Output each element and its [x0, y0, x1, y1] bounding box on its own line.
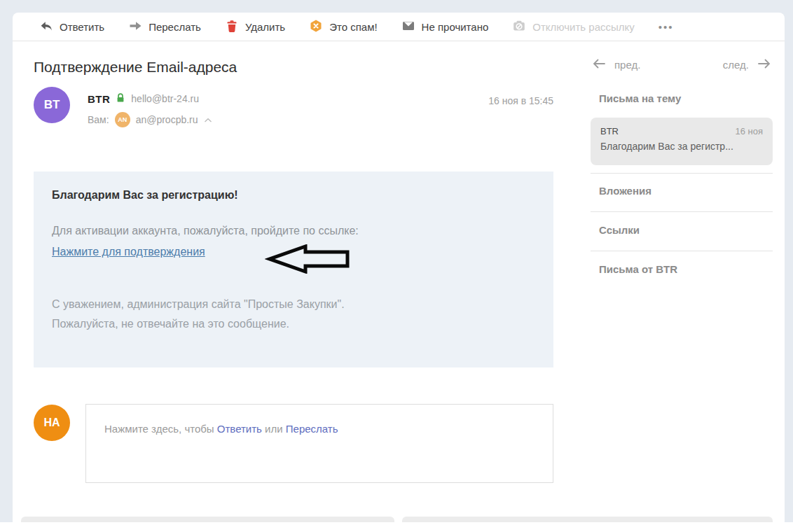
- page-title: Подтверждение Email-адреса: [34, 59, 237, 76]
- sender-email[interactable]: hello@btr-24.ru: [131, 93, 199, 104]
- arrow-left-icon: [591, 57, 607, 73]
- reply-icon: [39, 19, 53, 35]
- message-date: 16 ноя в 15:45: [488, 95, 553, 106]
- thread-item-sender: BTR: [600, 126, 619, 136]
- reply-placeholder-conjunction: или: [262, 423, 286, 435]
- reply-button[interactable]: Ответить: [39, 19, 104, 35]
- toolbar: Ответить Переслать Удалить Это спам! Не …: [13, 13, 785, 41]
- thread-section-title: Письма на тему: [599, 92, 681, 104]
- more-actions-button[interactable]: •••: [658, 21, 674, 33]
- unsubscribe-button: Отключить рассылку: [512, 19, 634, 35]
- mark-unread-button[interactable]: Не прочитано: [401, 19, 489, 35]
- body-footnote: Пожалуйста, не отвечайте на это сообщени…: [52, 318, 289, 330]
- delete-label: Удалить: [245, 21, 285, 33]
- next-card-edge: [21, 517, 394, 522]
- spam-icon: [309, 19, 323, 35]
- sender-avatar[interactable]: BT: [34, 87, 70, 123]
- body-intro: Для активации аккаунта, пожалуйста, прой…: [52, 225, 359, 237]
- body-signature: С уважением, администрация сайта "Просты…: [52, 298, 345, 311]
- thread-item-snippet: Благодарим Вас за регистр...: [600, 141, 763, 152]
- email-body: Благодарим Вас за регистрацию! Для актив…: [34, 172, 553, 368]
- mark-unread-label: Не прочитано: [422, 21, 489, 33]
- lock-icon: [116, 92, 125, 106]
- placeholder-forward-link[interactable]: Переслать: [286, 423, 338, 435]
- thread-item-date: 16 ноя: [735, 126, 763, 136]
- unsubscribe-label: Отключить рассылку: [532, 21, 634, 33]
- sender-name[interactable]: BTR: [88, 93, 110, 105]
- reply-placeholder-prefix: Нажмите здесь, чтобы: [104, 423, 217, 435]
- user-avatar[interactable]: HA: [34, 405, 70, 441]
- spam-button[interactable]: Это спам!: [309, 19, 377, 35]
- forward-icon: [128, 19, 142, 35]
- sidebar-divider: [591, 173, 773, 174]
- sidebar-divider: [591, 251, 773, 251]
- sidebar-item-attachments[interactable]: Вложения: [599, 185, 651, 197]
- message-card: Ответить Переслать Удалить Это спам! Не …: [13, 13, 785, 522]
- next-label: след.: [723, 59, 749, 71]
- delete-button[interactable]: Удалить: [225, 19, 285, 35]
- envelope-icon: [401, 19, 415, 35]
- sidebar-divider: [591, 211, 773, 212]
- reply-label: Ответить: [60, 21, 104, 33]
- chevron-up-icon[interactable]: [204, 113, 212, 126]
- annotation-arrow: [265, 244, 350, 276]
- sender-info: BTR hello@btr-24.ru Вам: AN an@procpb.ru: [88, 92, 212, 127]
- recipient-label: Вам:: [88, 114, 109, 125]
- message-nav: пред. след.: [591, 52, 773, 77]
- spam-label: Это спам!: [329, 21, 377, 33]
- thread-item[interactable]: BTR 16 ноя Благодарим Вас за регистр...: [591, 118, 773, 165]
- sidebar-item-links[interactable]: Ссылки: [599, 224, 640, 236]
- next-card-edge: [402, 517, 773, 522]
- prev-message-button[interactable]: пред.: [591, 57, 640, 73]
- prev-label: пред.: [614, 59, 640, 71]
- quick-reply-box[interactable]: Нажмите здесь, чтобы Ответить или Пересл…: [85, 404, 553, 483]
- sidebar-item-letters-from-sender[interactable]: Письма от BTR: [599, 263, 677, 275]
- next-message-button[interactable]: след.: [723, 57, 773, 73]
- body-greeting: Благодарим Вас за регистрацию!: [52, 189, 238, 202]
- placeholder-reply-link[interactable]: Ответить: [217, 423, 262, 435]
- unsubscribe-icon: [512, 19, 526, 35]
- arrow-right-icon: [756, 57, 773, 73]
- recipient-avatar[interactable]: AN: [115, 112, 130, 127]
- confirmation-link[interactable]: Нажмите для подтверждения: [52, 246, 205, 258]
- trash-icon: [225, 19, 239, 35]
- forward-label: Переслать: [149, 21, 201, 33]
- forward-button[interactable]: Переслать: [128, 19, 201, 35]
- page-background-strip: [0, 522, 793, 532]
- recipient-email[interactable]: an@procpb.ru: [136, 114, 198, 125]
